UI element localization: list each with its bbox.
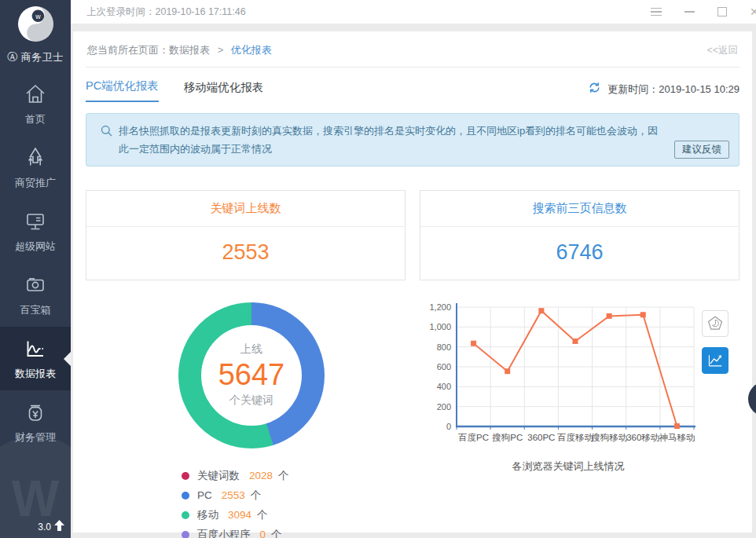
x-tick-label: 360移动	[626, 433, 659, 442]
donut-center-value: 5647	[218, 358, 285, 392]
sidebar-item-label: 超级网站	[0, 240, 71, 254]
y-tick-label: 600	[437, 362, 451, 371]
legend-item-keywords[interactable]: 关键词数 2028 个	[182, 469, 406, 483]
breadcrumb-row: 您当前所在页面：数据报表 > 优化报表 <<返回	[86, 31, 739, 68]
close-icon[interactable]: ✕	[750, 5, 756, 18]
donut-chart[interactable]: 上线 5647 个关键词	[178, 302, 325, 448]
stat-card-value: 2553	[86, 227, 405, 280]
content-panel: 您当前所在页面：数据报表 > 优化报表 <<返回 PC端优化报表 移动端优化报表…	[73, 31, 752, 533]
x-tick-label: 360PC	[527, 433, 555, 442]
tab-pc-report[interactable]: PC端优化报表	[86, 79, 159, 102]
donut-center: 上线 5647 个关键词	[201, 325, 302, 426]
website-icon	[0, 208, 71, 235]
x-tick-label: 搜狗移动	[591, 433, 627, 442]
legend-item-mobile[interactable]: 移动 3094 个	[182, 508, 406, 522]
notice-banner: 排名快照抓取的是报表更新时刻的真实数据，搜索引擎的排名是实时变化的，且不同地区i…	[86, 113, 739, 167]
legend-item-baidu-miniapp[interactable]: 百度小程序 0 个	[182, 528, 406, 538]
data-point[interactable]	[505, 368, 510, 374]
chart-toolbox	[702, 310, 728, 374]
y-tick-label: 800	[437, 342, 451, 351]
back-link[interactable]: <<返回	[706, 44, 738, 57]
donut-center-bottom-label: 个关键词	[229, 393, 273, 408]
sidebar-item-home[interactable]: 首页	[0, 72, 71, 136]
refresh-icon[interactable]	[588, 81, 601, 97]
report-icon	[0, 335, 71, 362]
data-point[interactable]	[573, 338, 578, 343]
line-chart-block: 02004006008001,0001,200百度PC搜狗PC360PC百度移动…	[419, 299, 727, 538]
legend-dot	[182, 511, 189, 519]
sidebar-item-website[interactable]: 超级网站	[0, 199, 71, 263]
version-indicator[interactable]: 3.0	[38, 520, 64, 533]
promotion-icon	[0, 145, 71, 171]
home-icon	[0, 81, 71, 108]
y-tick-label: 400	[437, 382, 451, 391]
sidebar-nav: 首页 商贸推广 超级网站	[0, 72, 71, 454]
window-titlebar: 上次登录时间：2019-10-16 17:11:46 ✕	[71, 0, 756, 24]
tab-mobile-report[interactable]: 移动端优化报表	[184, 80, 264, 102]
legend-dot	[182, 492, 189, 500]
active-item-notch	[64, 352, 71, 366]
last-login-label: 上次登录时间：2019-10-16 17:11:46	[86, 5, 246, 19]
app-logo-icon: w	[17, 5, 54, 46]
sidebar-item-label: 百宝箱	[0, 303, 71, 317]
data-point[interactable]	[607, 313, 612, 318]
y-tick-label: 1,200	[429, 302, 451, 312]
line-chart[interactable]: 02004006008001,0001,200百度PC搜狗PC360PC百度移动…	[419, 299, 717, 445]
x-tick-label: 百度PC	[458, 433, 489, 442]
stat-card-top3-info: 搜索前三页信息数 6746	[420, 190, 739, 280]
donut-legend: 关键词数 2028 个 PC 2553 个 移动 3094 个	[182, 469, 406, 538]
x-tick-label: 神马移动	[659, 433, 695, 442]
data-point[interactable]	[538, 308, 544, 313]
x-tick-label: 搜狗PC	[492, 433, 523, 442]
line-chart-title: 各浏览器关键词上线情况	[419, 459, 717, 474]
donut-center-top-label: 上线	[240, 342, 262, 357]
version-label: 3.0	[38, 522, 51, 533]
maximize-icon[interactable]	[717, 7, 727, 16]
feedback-button[interactable]: 建议反馈	[674, 141, 729, 159]
legend-dot	[182, 472, 189, 480]
stat-card-title: 关键词上线数	[86, 191, 405, 227]
notice-text: 排名快照抓取的是报表更新时刻的真实数据，搜索引擎的排名是实时变化的，且不同地区i…	[119, 123, 660, 159]
toolbox-icon	[0, 272, 71, 298]
x-tick-label: 百度移动	[557, 433, 593, 442]
menu-icon[interactable]	[651, 8, 662, 16]
data-point[interactable]	[640, 312, 646, 317]
minimize-icon[interactable]	[684, 11, 695, 13]
breadcrumb-location: 您当前所在页面：数据报表	[87, 44, 210, 56]
brand: w Ⓐ 商务卫士	[0, 0, 71, 64]
y-tick-label: 200	[437, 401, 451, 411]
charts-row: 上线 5647 个关键词 关键词数 2028 个 PC	[86, 299, 739, 538]
data-point[interactable]	[471, 340, 476, 346]
data-point[interactable]	[674, 423, 680, 428]
series-line	[474, 310, 677, 426]
main-area: 上次登录时间：2019-10-16 17:11:46 ✕ 您当前所在页面：数据报…	[71, 0, 756, 538]
window-controls: ✕	[651, 5, 756, 18]
stat-cards-row: 关键词上线数 2553 搜索前三页信息数 6746	[86, 190, 739, 280]
sidebar-item-promotion[interactable]: 商贸推广	[0, 136, 71, 199]
breadcrumb-current[interactable]: 优化报表	[231, 44, 272, 56]
sidebar-item-label: 商贸推广	[0, 176, 71, 190]
stat-card-title: 搜索前三页信息数	[420, 191, 739, 227]
search-icon	[101, 125, 112, 159]
donut-chart-block: 上线 5647 个关键词 关键词数 2028 个 PC	[86, 299, 406, 538]
sidebar: w Ⓐ 商务卫士 首页 商贸推	[0, 0, 71, 538]
y-tick-label: 1,000	[429, 322, 451, 331]
tabs-row: PC端优化报表 移动端优化报表 更新时间：2019-10-15 10:29	[86, 79, 739, 102]
stat-card-keywords-online: 关键词上线数 2553	[86, 190, 406, 280]
sidebar-item-label: 数据报表	[0, 367, 71, 381]
brand-badge-icon: Ⓐ	[7, 51, 18, 63]
sidebar-item-label: 首页	[0, 112, 71, 126]
finance-icon	[0, 399, 71, 426]
sidebar-item-toolbox[interactable]: 百宝箱	[0, 263, 71, 327]
y-tick-label: 0	[446, 422, 451, 431]
legend-dot	[182, 531, 189, 538]
refresh-area: 更新时间：2019-10-15 10:29	[588, 81, 739, 102]
sidebar-item-reports[interactable]: 数据报表	[0, 327, 71, 390]
save-image-icon[interactable]	[702, 310, 728, 337]
svg-text:w: w	[35, 13, 41, 20]
brand-name: Ⓐ 商务卫士	[0, 50, 71, 64]
legend-item-pc[interactable]: PC 2553 个	[182, 489, 406, 503]
breadcrumb: 您当前所在页面：数据报表 > 优化报表	[87, 43, 272, 57]
update-time-label: 更新时间：2019-10-15 10:29	[607, 82, 739, 97]
line-chart-icon[interactable]	[702, 347, 728, 374]
